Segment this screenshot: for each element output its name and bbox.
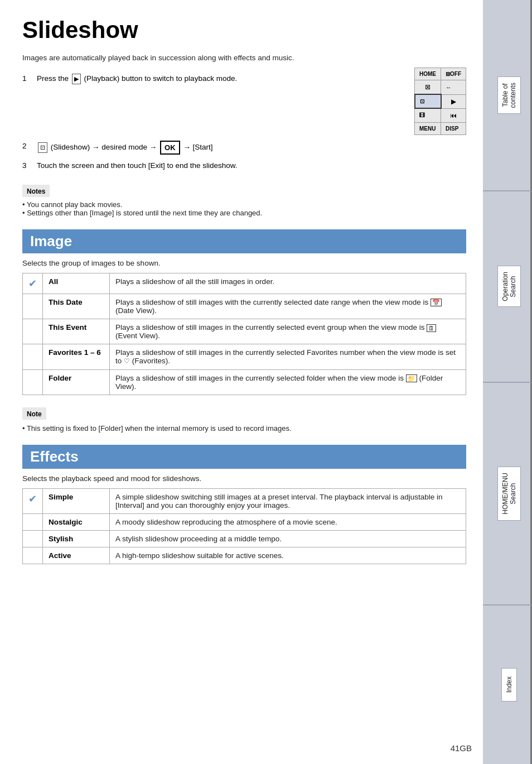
desc-col: Plays a slideshow of all the still image… [110,273,466,294]
name-col: Active [43,547,110,564]
note-single-text: • This setting is fixed to [Folder] when… [22,424,466,433]
table-row: Nostalgic A moody slideshow reproducing … [23,513,466,530]
name-col: Simple [43,488,110,513]
note-single-label: Note [27,410,42,418]
step-1-num: 1 [22,74,33,83]
desc-col: A high-tempo slideshow suitable for acti… [110,547,466,564]
note-item-2: Settings other than [Image] is stored un… [22,209,466,217]
folder-view-icon: 📁 [406,374,417,382]
desc-col: A moody slideshow reproducing the atmosp… [110,513,466,530]
effects-section: Effects Selects the playback speed and m… [22,445,466,564]
camera-diagram: HOME ⊞OFF ⊠ ↔ ⊡ ▶ [414,68,467,135]
table-row: Favorites 1 – 6 Plays a slideshow of sti… [23,344,466,369]
sidebar-tab-toc[interactable]: Table ofcontents [497,76,521,114]
name-col: This Date [43,294,110,319]
step-2-content: ⊡ (Slideshow) → desired mode → OK → [Sta… [37,141,466,155]
sidebar-home-label: HOME/MENUSearch [501,473,517,515]
ok-box: OK [160,141,180,155]
page-title: Slideshow [22,17,466,44]
event-view-icon: 🗓 [427,324,436,332]
desc-col: Plays a slideshow of still images in the… [110,369,466,395]
image-table: ✔ All Plays a slideshow of all the still… [22,273,466,395]
check-col [23,547,43,564]
check-col [23,513,43,530]
slideshow-icon: ⊡ [38,142,47,153]
steps-container: 1 Press the ▶ (Playback) button to switc… [22,73,466,171]
table-row: Stylish A stylish slideshow proceeding a… [23,530,466,547]
name-col: Nostalgic [43,513,110,530]
notes-list: You cannot play back movies. Settings ot… [22,200,466,217]
step-2: 2 ⊡ (Slideshow) → desired mode → OK → [S… [22,141,466,155]
table-row: ✔ Simple A simple slideshow switching st… [23,488,466,513]
intro-text: Images are automatically played back in … [22,54,466,62]
date-view-icon: 📅 [431,299,442,306]
table-row: ✔ All Plays a slideshow of all the still… [23,273,466,294]
image-section-header: Image [22,229,466,253]
check-col: ✔ [23,273,43,294]
notes-section: Notes You cannot play back movies. Setti… [22,179,466,217]
check-col [23,319,43,344]
sidebar-section-index[interactable]: Index [483,606,532,764]
name-col: This Event [43,319,110,344]
page-number: 41GB [451,743,472,753]
note-item-1: You cannot play back movies. [22,200,466,209]
step-1: 1 Press the ▶ (Playback) button to switc… [22,73,466,135]
image-section: Image Selects the group of images to be … [22,229,466,432]
notes-content: You cannot play back movies. Settings ot… [22,200,466,217]
step-3: 3 Touch the screen and then touch [Exit]… [22,160,466,171]
name-col: All [43,273,110,294]
step-1-content: Press the ▶ (Playback) button to switch … [37,73,466,135]
sidebar-section-toc[interactable]: Table ofcontents [483,0,532,191]
sidebar-section-home[interactable]: HOME/MENUSearch [483,383,532,606]
table-row: Active A high-tempo slideshow suitable f… [23,547,466,564]
check-col: ✔ [23,488,43,513]
sidebar-ops-label: OperationSearch [501,272,517,301]
sidebar-tab-ops[interactable]: OperationSearch [497,266,521,307]
sidebar-tab-index[interactable]: Index [501,668,517,701]
effects-table: ✔ Simple A simple slideshow switching st… [22,488,466,564]
sidebar-toc-label: Table ofcontents [501,83,517,108]
sidebar-index-label: Index [505,676,513,693]
notes-label: Notes [27,188,45,195]
step-2-num: 2 [22,142,33,150]
table-row: This Event Plays a slideshow of still im… [23,319,466,344]
check-col [23,530,43,547]
favorites-icon: ♡ [124,358,130,366]
notes-box: Notes [22,185,50,197]
name-col: Favorites 1 – 6 [43,344,110,369]
table-row: Folder Plays a slideshow of still images… [23,369,466,395]
check-col [23,369,43,395]
step-3-num: 3 [22,161,33,170]
playback-icon: ▶ [72,74,81,84]
name-col: Stylish [43,530,110,547]
sidebar-section-ops[interactable]: OperationSearch [483,191,532,383]
desc-col: Plays a slideshow of still images with t… [110,294,466,319]
checkmark-icon: ✔ [28,278,37,289]
check-col [23,344,43,369]
check-col [23,294,43,319]
desc-col: A simple slideshow switching still image… [110,488,466,513]
note-single-box: Note [22,407,46,420]
name-col: Folder [43,369,110,395]
table-row: This Date Plays a slideshow of still ima… [23,294,466,319]
effects-section-header: Effects [22,445,466,469]
sidebar-tab-home[interactable]: HOME/MENUSearch [497,467,521,521]
desc-col: Plays a slideshow of still images in the… [110,344,466,369]
desc-col: Plays a slideshow of still images in the… [110,319,466,344]
sidebar: Table ofcontents OperationSearch HOME/ME… [483,0,532,764]
effects-section-desc: Selects the playback speed and mood for … [22,474,466,483]
main-content: Slideshow Images are automatically playe… [0,0,483,764]
step-3-content: Touch the screen and then touch [Exit] t… [37,160,466,171]
desc-col: A stylish slideshow proceeding at a midd… [110,530,466,547]
checkmark-icon: ✔ [28,493,37,504]
image-section-desc: Selects the group of images to be shown. [22,259,466,267]
